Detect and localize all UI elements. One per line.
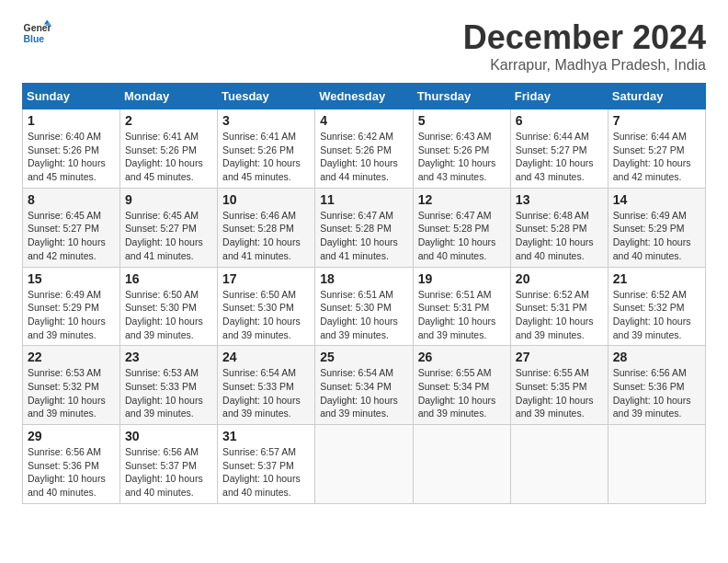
day-header-saturday: Saturday (608, 84, 705, 109)
day-detail: Sunrise: 6:44 AMSunset: 5:27 PMDaylight:… (613, 131, 691, 182)
calendar-cell: 16Sunrise: 6:50 AMSunset: 5:30 PMDayligh… (120, 267, 218, 346)
calendar-cell (608, 425, 705, 504)
day-detail: Sunrise: 6:47 AMSunset: 5:28 PMDaylight:… (320, 210, 398, 261)
calendar-cell: 21Sunrise: 6:52 AMSunset: 5:32 PMDayligh… (608, 267, 705, 346)
day-detail: Sunrise: 6:52 AMSunset: 5:32 PMDaylight:… (613, 289, 691, 340)
day-number: 28 (613, 350, 700, 364)
calendar-cell: 4Sunrise: 6:42 AMSunset: 5:26 PMDaylight… (315, 109, 413, 189)
day-detail: Sunrise: 6:51 AMSunset: 5:31 PMDaylight:… (418, 289, 496, 340)
day-number: 12 (418, 192, 506, 207)
calendar-cell: 28Sunrise: 6:56 AMSunset: 5:36 PMDayligh… (608, 346, 705, 425)
logo-icon: General Blue (22, 18, 51, 48)
day-number: 10 (222, 192, 310, 207)
calendar-week-row: 1Sunrise: 6:40 AMSunset: 5:26 PMDaylight… (23, 109, 706, 189)
day-detail: Sunrise: 6:48 AMSunset: 5:28 PMDaylight:… (516, 210, 594, 261)
day-number: 26 (418, 350, 506, 364)
day-detail: Sunrise: 6:57 AMSunset: 5:37 PMDaylight:… (222, 446, 301, 498)
day-detail: Sunrise: 6:47 AMSunset: 5:28 PMDaylight:… (418, 210, 496, 261)
day-detail: Sunrise: 6:40 AMSunset: 5:26 PMDaylight:… (28, 131, 106, 182)
day-number: 24 (222, 350, 310, 364)
day-number: 17 (222, 271, 310, 286)
calendar-header-row: SundayMondayTuesdayWednesdayThursdayFrid… (23, 84, 706, 109)
logo: General Blue (22, 18, 51, 48)
day-number: 14 (613, 192, 700, 207)
day-number: 29 (28, 429, 115, 443)
calendar-cell: 19Sunrise: 6:51 AMSunset: 5:31 PMDayligh… (413, 267, 510, 346)
calendar-cell: 8Sunrise: 6:45 AMSunset: 5:27 PMDaylight… (23, 188, 120, 267)
main-title: December 2024 (463, 18, 706, 57)
day-detail: Sunrise: 6:49 AMSunset: 5:29 PMDaylight:… (28, 289, 106, 340)
day-number: 3 (222, 113, 310, 128)
calendar-week-row: 29Sunrise: 6:56 AMSunset: 5:36 PMDayligh… (23, 425, 706, 504)
day-detail: Sunrise: 6:51 AMSunset: 5:30 PMDaylight:… (320, 289, 398, 340)
title-area: December 2024 Karrapur, Madhya Pradesh, … (463, 18, 706, 74)
day-number: 15 (28, 271, 115, 286)
calendar-cell: 31Sunrise: 6:57 AMSunset: 5:37 PMDayligh… (218, 425, 315, 504)
calendar-cell: 13Sunrise: 6:48 AMSunset: 5:28 PMDayligh… (510, 188, 608, 267)
day-detail: Sunrise: 6:53 AMSunset: 5:32 PMDaylight:… (28, 367, 106, 419)
day-number: 21 (613, 271, 700, 286)
day-detail: Sunrise: 6:55 AMSunset: 5:34 PMDaylight:… (418, 367, 496, 419)
day-header-wednesday: Wednesday (315, 84, 413, 109)
calendar-cell: 26Sunrise: 6:55 AMSunset: 5:34 PMDayligh… (413, 346, 510, 425)
day-header-monday: Monday (120, 84, 218, 109)
day-detail: Sunrise: 6:54 AMSunset: 5:33 PMDaylight:… (222, 367, 301, 419)
calendar-week-row: 22Sunrise: 6:53 AMSunset: 5:32 PMDayligh… (23, 346, 706, 425)
calendar-cell: 27Sunrise: 6:55 AMSunset: 5:35 PMDayligh… (510, 346, 608, 425)
day-detail: Sunrise: 6:41 AMSunset: 5:26 PMDaylight:… (125, 131, 203, 182)
calendar-cell (510, 425, 608, 504)
calendar-cell: 6Sunrise: 6:44 AMSunset: 5:27 PMDaylight… (510, 109, 608, 189)
calendar-cell: 20Sunrise: 6:52 AMSunset: 5:31 PMDayligh… (510, 267, 608, 346)
calendar-cell (315, 425, 413, 504)
header: General Blue December 2024 Karrapur, Mad… (22, 18, 706, 74)
svg-text:Blue: Blue (24, 34, 45, 44)
calendar-cell: 3Sunrise: 6:41 AMSunset: 5:26 PMDaylight… (218, 109, 315, 189)
calendar-week-row: 15Sunrise: 6:49 AMSunset: 5:29 PMDayligh… (23, 267, 706, 346)
day-header-sunday: Sunday (23, 84, 120, 109)
calendar-cell: 22Sunrise: 6:53 AMSunset: 5:32 PMDayligh… (23, 346, 120, 425)
day-header-thursday: Thursday (413, 84, 510, 109)
day-detail: Sunrise: 6:54 AMSunset: 5:34 PMDaylight:… (320, 367, 398, 419)
day-number: 31 (222, 429, 310, 443)
calendar-cell: 14Sunrise: 6:49 AMSunset: 5:29 PMDayligh… (608, 188, 705, 267)
day-number: 13 (516, 192, 603, 207)
day-detail: Sunrise: 6:56 AMSunset: 5:36 PMDaylight:… (613, 367, 691, 419)
day-detail: Sunrise: 6:45 AMSunset: 5:27 PMDaylight:… (125, 210, 203, 261)
day-detail: Sunrise: 6:43 AMSunset: 5:26 PMDaylight:… (418, 131, 496, 182)
calendar-cell: 12Sunrise: 6:47 AMSunset: 5:28 PMDayligh… (413, 188, 510, 267)
day-number: 9 (125, 192, 212, 207)
day-header-friday: Friday (510, 84, 608, 109)
day-number: 19 (418, 271, 506, 286)
calendar-cell (413, 425, 510, 504)
calendar-cell: 5Sunrise: 6:43 AMSunset: 5:26 PMDaylight… (413, 109, 510, 189)
day-number: 5 (418, 113, 506, 128)
day-number: 8 (28, 192, 115, 207)
day-number: 7 (613, 113, 700, 128)
day-detail: Sunrise: 6:50 AMSunset: 5:30 PMDaylight:… (125, 289, 203, 340)
day-detail: Sunrise: 6:55 AMSunset: 5:35 PMDaylight:… (516, 367, 594, 419)
day-number: 1 (28, 113, 115, 128)
calendar-cell: 7Sunrise: 6:44 AMSunset: 5:27 PMDaylight… (608, 109, 705, 189)
day-number: 25 (320, 350, 407, 364)
day-number: 11 (320, 192, 407, 207)
day-detail: Sunrise: 6:52 AMSunset: 5:31 PMDaylight:… (516, 289, 594, 340)
calendar-cell: 24Sunrise: 6:54 AMSunset: 5:33 PMDayligh… (218, 346, 315, 425)
calendar-cell: 23Sunrise: 6:53 AMSunset: 5:33 PMDayligh… (120, 346, 218, 425)
day-detail: Sunrise: 6:53 AMSunset: 5:33 PMDaylight:… (125, 367, 203, 419)
day-number: 22 (28, 350, 115, 364)
calendar-cell: 9Sunrise: 6:45 AMSunset: 5:27 PMDaylight… (120, 188, 218, 267)
day-detail: Sunrise: 6:56 AMSunset: 5:36 PMDaylight:… (28, 446, 106, 498)
calendar-cell: 15Sunrise: 6:49 AMSunset: 5:29 PMDayligh… (23, 267, 120, 346)
day-number: 18 (320, 271, 407, 286)
day-number: 23 (125, 350, 212, 364)
day-number: 4 (320, 113, 407, 128)
day-detail: Sunrise: 6:56 AMSunset: 5:37 PMDaylight:… (125, 446, 203, 498)
day-detail: Sunrise: 6:46 AMSunset: 5:28 PMDaylight:… (222, 210, 301, 261)
calendar-cell: 2Sunrise: 6:41 AMSunset: 5:26 PMDaylight… (120, 109, 218, 189)
day-number: 27 (516, 350, 603, 364)
calendar-cell: 17Sunrise: 6:50 AMSunset: 5:30 PMDayligh… (218, 267, 315, 346)
day-detail: Sunrise: 6:50 AMSunset: 5:30 PMDaylight:… (222, 289, 301, 340)
calendar-cell: 10Sunrise: 6:46 AMSunset: 5:28 PMDayligh… (218, 188, 315, 267)
day-number: 16 (125, 271, 212, 286)
subtitle: Karrapur, Madhya Pradesh, India (463, 57, 706, 74)
